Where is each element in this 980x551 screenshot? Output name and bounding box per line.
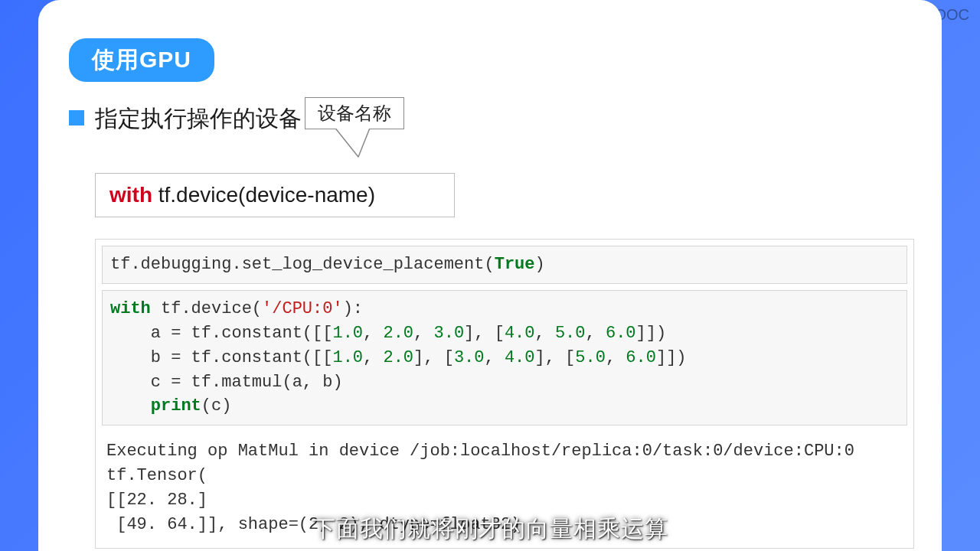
api-signature: with tf.device(device-name) bbox=[95, 173, 455, 217]
svg-rect-1 bbox=[332, 126, 372, 129]
c2-l3-n1: 1.0 bbox=[332, 348, 363, 367]
callout: 设备名称 bbox=[305, 97, 404, 129]
c2-l3-n6: 6.0 bbox=[626, 348, 656, 367]
api-with-keyword: with bbox=[109, 183, 152, 207]
c2-l3-c3: , bbox=[606, 348, 626, 367]
c2-l1-end: ): bbox=[343, 299, 363, 318]
c2-l2-n3: 3.0 bbox=[433, 324, 464, 343]
c2-l2-end: ]]) bbox=[636, 324, 667, 343]
c2-l1-kw: with bbox=[110, 299, 151, 318]
c2-l1-str: '/CPU:0' bbox=[262, 299, 343, 318]
c2-l2-c1: , bbox=[363, 324, 383, 343]
c2-l1-rest: tf.device( bbox=[151, 299, 262, 318]
c2-l3-c2: , bbox=[485, 348, 505, 367]
c2-l2-mid: ], [ bbox=[464, 324, 505, 343]
c2-l3-n5: 5.0 bbox=[575, 348, 606, 367]
code-cell-2: with tf.device('/CPU:0'): a = tf.constan… bbox=[102, 290, 907, 425]
heading-row: 指定执行操作的设备 设备名称 bbox=[69, 103, 911, 135]
api-rest: tf.device(device-name) bbox=[152, 183, 375, 207]
c2-l2-n1: 1.0 bbox=[332, 324, 363, 343]
c2-l3-pre: b = tf.constant([[ bbox=[110, 348, 332, 367]
callout-pointer-icon bbox=[328, 126, 389, 163]
c2-l5-end: (c) bbox=[201, 396, 232, 416]
code-area: tf.debugging.set_log_device_placement(Tr… bbox=[95, 239, 914, 549]
callout-box: 设备名称 bbox=[305, 97, 404, 129]
c2-l2-c2: , bbox=[413, 324, 433, 343]
heading-text: 指定执行操作的设备 bbox=[95, 103, 302, 135]
c2-l3-mid1: ], [ bbox=[413, 348, 454, 367]
c2-l3-c1: , bbox=[363, 348, 383, 367]
c2-l2-c4: , bbox=[586, 324, 606, 343]
c2-l2-c3: , bbox=[535, 324, 555, 343]
c2-l2-n5: 5.0 bbox=[555, 324, 586, 343]
c1-suffix: ) bbox=[535, 255, 545, 274]
c1-prefix: tf.debugging.set_log_device_placement( bbox=[110, 255, 495, 274]
c2-l2-n2: 2.0 bbox=[383, 324, 413, 343]
c2-l3-n2: 2.0 bbox=[383, 348, 413, 367]
c2-l2-pre: a = tf.constant([[ bbox=[110, 324, 332, 343]
bullet-square-icon bbox=[69, 110, 84, 126]
callout-label: 设备名称 bbox=[318, 103, 391, 123]
c2-l4: c = tf.matmul(a, b) bbox=[110, 373, 343, 392]
subtitle-bar: 下面我们就将刚才的向量相乘运算 bbox=[0, 506, 980, 551]
slide: 使用GPU 指定执行操作的设备 设备名称 with tf.device(devi… bbox=[38, 0, 942, 551]
c2-l2-n4: 4.0 bbox=[505, 324, 535, 343]
c2-l3-n3: 3.0 bbox=[454, 348, 485, 367]
c2-l3-n4: 4.0 bbox=[505, 348, 535, 367]
badge-label: 使用GPU bbox=[92, 47, 191, 72]
c1-arg: True bbox=[495, 255, 535, 274]
c2-l3-end: ]]) bbox=[656, 348, 687, 367]
c2-l5-fn: print bbox=[151, 396, 201, 416]
c2-l3-mid2: ], [ bbox=[535, 348, 576, 367]
c2-l2-n6: 6.0 bbox=[606, 324, 636, 343]
section-badge: 使用GPU bbox=[69, 38, 214, 82]
c2-l5-pre bbox=[110, 396, 151, 416]
subtitle-text: 下面我们就将刚才的向量相乘运算 bbox=[312, 516, 668, 541]
code-cell-1: tf.debugging.set_log_device_placement(Tr… bbox=[102, 246, 907, 284]
svg-marker-0 bbox=[334, 126, 371, 157]
